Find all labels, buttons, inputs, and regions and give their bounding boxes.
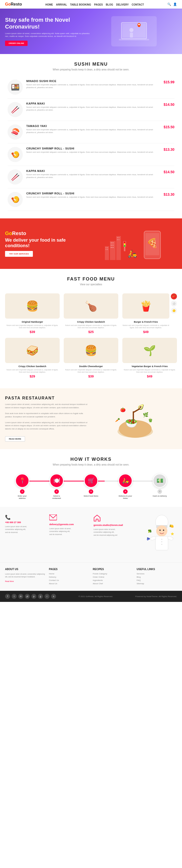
table-row: 🍤 CRUNCHY SHRIMP ROLL - SUSHI Nulum sed … xyxy=(7,188,175,211)
svg-rect-42 xyxy=(133,408,140,413)
step-1: 📍 1 Enter your address xyxy=(5,474,40,499)
pasta-image: 🥗 🥑 🍅 🌿 🥕 🫑 xyxy=(94,399,177,439)
menu-item-image: 🍤 xyxy=(7,147,23,162)
footer-recipes-list: Foods Category Order Online Ingredients … xyxy=(93,572,133,585)
footer-pages-heading: Pages xyxy=(49,568,89,570)
svg-text:🛵: 🛵 xyxy=(128,249,137,258)
brand-logo[interactable]: GoResto xyxy=(5,2,22,6)
svg-rect-4 xyxy=(130,33,133,38)
linkedin-icon[interactable]: in xyxy=(18,594,23,599)
step-icon-4: 🛵 xyxy=(118,474,132,488)
svg-text:🍕: 🍕 xyxy=(147,238,158,248)
bottom-footer: f t in yt p g r s © 2021 GoResto. All Ri… xyxy=(0,591,182,602)
svg-text:🫐: 🫐 xyxy=(147,537,150,540)
svg-text:🫑: 🫑 xyxy=(148,417,153,423)
list-item[interactable]: Services xyxy=(137,572,177,575)
nav-table[interactable]: Table Booking xyxy=(70,3,91,6)
footer-pages-list: Home Delivery Contact Us About Us xyxy=(49,572,89,585)
food-card-image: 🍔 xyxy=(64,338,118,363)
search-icon[interactable]: 🔍 xyxy=(167,2,171,6)
svg-rect-18 xyxy=(112,247,113,248)
banner-illustration: 🛵 🍕 xyxy=(91,226,177,261)
footer-links-list: Services Blog FAQ Sitemap xyxy=(137,572,177,585)
list-item[interactable]: Delivery xyxy=(49,576,89,578)
step-icon-1: 📍 xyxy=(15,474,29,488)
how-it-works-subtitle: When preparing foods keep it clean, a di… xyxy=(5,463,177,466)
pinterest-icon[interactable]: p xyxy=(31,594,36,599)
step-3: 🛒 3 Select food items xyxy=(74,474,108,497)
list-item[interactable]: Home xyxy=(49,572,89,575)
delivery-banner: GoResto We deliver your food in safe con… xyxy=(0,218,182,269)
reddit-icon[interactable]: r xyxy=(45,594,50,599)
menu-item-info: MINADO SUSHI RICE Nulum sed sem imperdie… xyxy=(26,80,160,89)
menu-item-name: KAPPA MAKI xyxy=(26,102,160,105)
menu-item-image: 🥢 xyxy=(7,102,23,117)
nav-blog[interactable]: Blog xyxy=(106,3,113,6)
list-item[interactable]: Contact Us xyxy=(49,579,89,582)
table-row: 🍱 MINADO SUSHI RICE Nulum sed sem imperd… xyxy=(7,76,175,98)
read-more-button[interactable]: READ MORE xyxy=(5,436,25,441)
food-card-price: $29 xyxy=(5,374,60,378)
svg-rect-16 xyxy=(112,245,113,246)
food-card-desc: Nulum sed sem imperdiet aliquam commodo … xyxy=(5,369,60,373)
twitter-icon[interactable]: t xyxy=(11,594,17,599)
footer-about-readmore[interactable]: Read More xyxy=(5,581,14,582)
condiments: 🍅 ⚪ 🟡 xyxy=(171,293,177,314)
step-num-1: 1 xyxy=(20,489,25,494)
food-card-name: Burger & French Fries xyxy=(122,321,170,323)
svg-rect-41 xyxy=(133,411,134,424)
svg-rect-10 xyxy=(106,249,106,250)
svg-point-53 xyxy=(161,544,162,545)
hero-desc: Lorem ipsum dolor sit amet, consectetur … xyxy=(5,32,91,38)
fastfood-menu-title: FAST FOOD MENU xyxy=(5,276,177,282)
copyright-text: © 2021 GoResto. All Rights Reserved. xyxy=(78,595,113,598)
list-item[interactable]: Blog xyxy=(137,576,177,578)
how-it-works-header: HOW IT WORKS When preparing foods keep i… xyxy=(5,457,177,469)
nav-home[interactable]: Home xyxy=(45,3,53,6)
food-card-price: $39 xyxy=(64,374,118,378)
list-item[interactable]: Ingredients xyxy=(93,579,133,582)
try-services-button[interactable]: TRY OUR SERVICES xyxy=(5,251,33,257)
svg-rect-14 xyxy=(112,242,113,243)
menu-item-image: 🍣 xyxy=(7,124,23,140)
steps-container: 📍 1 Enter your address 🍽️ 2 Select a res… xyxy=(5,474,177,499)
step-icon-2: 🍽️ xyxy=(50,474,64,488)
menu-item-info: KAPPA MAKI Nulum sed sem imperdiet aliqu… xyxy=(26,169,160,179)
nav-delivery[interactable]: Delivery xyxy=(116,3,129,6)
list-item[interactable]: About Us xyxy=(49,583,89,585)
svg-point-28 xyxy=(124,245,125,247)
svg-text:🥕: 🥕 xyxy=(115,417,120,423)
list-item[interactable]: Foods Category xyxy=(93,572,133,575)
svg-point-3 xyxy=(129,28,133,32)
footer-col-links: Useful Links Services Blog FAQ Sitemap xyxy=(137,568,177,586)
svg-rect-2 xyxy=(119,39,149,40)
nav-links: Home Arrival Table Booking Pages Blog De… xyxy=(45,2,144,6)
menu-item-name: CRUNCHY SHRIMP ROLL - SUSHI xyxy=(26,147,160,150)
step-label-4: Delivery to your home xyxy=(118,495,133,499)
list-item[interactable]: Order Online xyxy=(93,576,133,578)
svg-point-49 xyxy=(163,530,164,531)
nav-arrival[interactable]: Arrival xyxy=(56,3,67,6)
nav-pages[interactable]: Pages xyxy=(94,3,103,6)
order-online-button[interactable]: ORDER ONLINE xyxy=(5,41,28,46)
svg-text:🥦: 🥦 xyxy=(148,529,152,533)
snapchat-icon[interactable]: s xyxy=(51,594,56,599)
sushi-menu-subtitle: When preparing foods keep it clean, a di… xyxy=(5,68,177,71)
pasta-title: PASTA RESTAURANT xyxy=(5,396,88,400)
menu-item-price: $15.99 xyxy=(163,80,175,84)
condiment-ketchup: 🍅 xyxy=(171,293,177,300)
user-icon[interactable]: 👤 xyxy=(173,2,177,6)
menu-item-price: $13.30 xyxy=(163,192,175,196)
list-item[interactable]: Sitemap xyxy=(137,583,177,585)
navbar: GoResto Home Arrival Table Booking Pages… xyxy=(0,0,182,8)
list-item[interactable]: FAQ xyxy=(137,579,177,582)
google-icon[interactable]: g xyxy=(38,594,43,599)
food-card-desc: Nulum sed sem imperdiet aliquam commodo … xyxy=(122,369,177,373)
facebook-icon[interactable]: f xyxy=(5,594,10,599)
list-item[interactable]: About Chef xyxy=(93,583,133,585)
youtube-icon[interactable]: yt xyxy=(25,594,30,599)
nav-contact[interactable]: Contact xyxy=(132,3,144,6)
how-it-works-section: HOW IT WORKS When preparing foods keep i… xyxy=(0,449,182,507)
svg-rect-17 xyxy=(111,247,112,248)
fastfood-section: 🍔 Original Hamburger Nulum sed sem imper… xyxy=(0,288,182,388)
